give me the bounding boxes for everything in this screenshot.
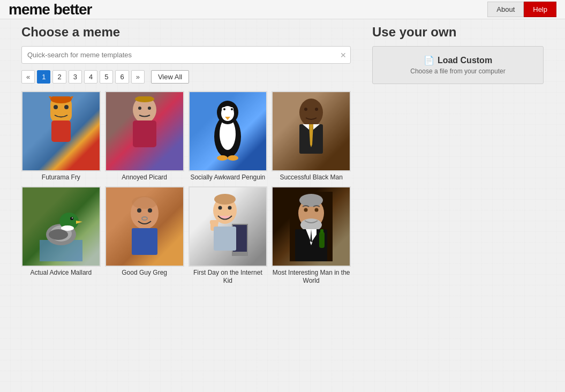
meme-item-futurama-fry[interactable]: Futurama Fry <box>21 91 101 182</box>
meme-item-good-guy-greg[interactable]: Good Guy Greg <box>105 186 184 285</box>
file-icon: 📄 <box>424 55 434 65</box>
about-button[interactable]: About <box>487 2 524 17</box>
right-panel: Use your own 📄 Load Custom Choose a file… <box>372 25 544 285</box>
load-custom-button[interactable]: 📄 Load Custom Choose a file from your co… <box>372 46 544 84</box>
view-all-button[interactable]: View All <box>151 70 189 84</box>
load-custom-main-label: 📄 Load Custom <box>381 55 534 65</box>
meme-label-annoyed-picard: Annoyed Picard <box>105 174 184 182</box>
meme-label-futurama-fry: Futurama Fry <box>21 174 101 182</box>
nav-buttons: About Help <box>487 2 556 17</box>
svg-point-7 <box>138 107 141 110</box>
search-input[interactable] <box>21 46 351 64</box>
page-next-button[interactable]: » <box>131 70 145 84</box>
page-prev-button[interactable]: « <box>21 70 35 84</box>
meme-label-socially-awkward-penguin: Socially Awkward Penguin <box>189 174 268 182</box>
svg-rect-50 <box>210 220 219 224</box>
meme-thumb-annoyed-picard <box>105 91 184 171</box>
svg-point-25 <box>315 108 318 111</box>
use-own-title: Use your own <box>372 25 544 40</box>
svg-point-19 <box>217 155 228 161</box>
meme-thumb-futurama-fry <box>21 91 101 171</box>
meme-thumb-first-day-internet-kid <box>189 186 268 267</box>
search-bar-wrapper: ✕ <box>21 46 351 64</box>
page-1-button[interactable]: 1 <box>37 70 50 84</box>
svg-rect-42 <box>132 228 157 255</box>
svg-point-2 <box>54 105 58 109</box>
svg-point-3 <box>64 105 69 109</box>
svg-point-36 <box>49 229 68 240</box>
svg-rect-61 <box>320 229 323 233</box>
svg-point-24 <box>304 108 307 111</box>
svg-point-47 <box>219 206 222 209</box>
meme-item-socially-awkward-penguin[interactable]: Socially Awkward Penguin <box>189 91 268 182</box>
site-title: meme better <box>9 1 92 18</box>
svg-rect-1 <box>51 120 71 142</box>
meme-item-actual-advice-mallard[interactable]: Actual Advice Mallard <box>21 186 101 285</box>
meme-label-successful-black-man: Successful Black Man <box>272 174 351 182</box>
meme-thumb-most-interesting-man <box>272 186 351 267</box>
svg-rect-60 <box>319 232 325 248</box>
help-button[interactable]: Help <box>524 2 556 17</box>
page-3-button[interactable]: 3 <box>69 70 82 84</box>
left-panel: Choose a meme ✕ « 1 2 3 4 5 6 » View All <box>21 25 351 285</box>
svg-point-21 <box>299 99 323 126</box>
svg-point-33 <box>70 217 73 220</box>
meme-thumb-socially-awkward-penguin <box>189 91 268 171</box>
svg-point-20 <box>228 155 238 161</box>
meme-label-actual-advice-mallard: Actual Advice Mallard <box>21 269 101 277</box>
page-4-button[interactable]: 4 <box>84 70 97 84</box>
meme-label-most-interesting-man: Most Interesting Man in the World <box>272 269 351 285</box>
svg-point-17 <box>231 108 233 110</box>
meme-thumb-actual-advice-mallard <box>21 186 101 267</box>
meme-thumb-good-guy-greg <box>105 186 184 267</box>
page-5-button[interactable]: 5 <box>100 70 113 84</box>
svg-point-56 <box>304 208 308 212</box>
load-custom-sub-label: Choose a file from your computer <box>381 67 534 75</box>
meme-item-successful-black-man[interactable]: Successful Black Man <box>272 91 351 182</box>
svg-point-48 <box>228 206 232 209</box>
svg-point-46 <box>214 194 236 205</box>
meme-label-first-day-internet-kid: First Day on the Internet Kid <box>189 269 268 285</box>
choose-meme-title: Choose a meme <box>21 25 351 40</box>
svg-point-54 <box>299 194 323 207</box>
load-custom-label: Load Custom <box>438 56 492 65</box>
svg-point-38 <box>132 196 157 209</box>
svg-rect-6 <box>133 120 156 147</box>
meme-label-good-guy-greg: Good Guy Greg <box>105 269 184 277</box>
svg-point-8 <box>148 107 151 110</box>
meme-thumb-successful-black-man <box>272 91 351 171</box>
meme-item-first-day-internet-kid[interactable]: First Day on the Internet Kid <box>189 186 268 285</box>
search-clear-icon[interactable]: ✕ <box>340 51 346 59</box>
pagination: « 1 2 3 4 5 6 » View All <box>21 70 351 84</box>
svg-point-39 <box>137 208 141 213</box>
page-2-button[interactable]: 2 <box>52 70 66 84</box>
meme-grid: Futurama Fry Annoyed Picard <box>21 91 351 285</box>
meme-item-annoyed-picard[interactable]: Annoyed Picard <box>105 91 184 182</box>
svg-marker-35 <box>76 221 82 224</box>
svg-point-57 <box>315 208 319 212</box>
meme-item-most-interesting-man[interactable]: Most Interesting Man in the World <box>272 186 351 285</box>
svg-point-34 <box>72 217 73 218</box>
svg-point-16 <box>223 108 225 110</box>
page-6-button[interactable]: 6 <box>115 70 129 84</box>
svg-point-40 <box>148 208 152 213</box>
svg-rect-51 <box>214 227 236 251</box>
